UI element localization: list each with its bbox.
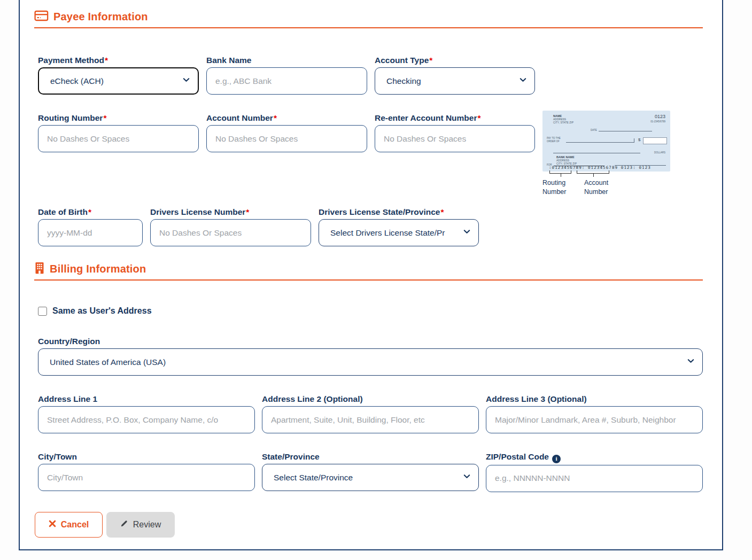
reenter-account-number-label: Re-enter Account Number* [375,112,535,123]
drivers-license-state-label: Drivers License State/Province* [319,206,479,217]
payment-method-select[interactable]: eCheck (ACH) [38,67,199,95]
building-icon [34,262,45,276]
country-region-label: Country/Region [38,336,703,347]
chevron-down-icon [463,228,471,238]
state-province-label: State/Province [262,451,479,462]
account-type-label: Account Type* [375,55,535,66]
address-line3-input[interactable] [486,406,703,433]
chevron-down-icon [519,76,527,86]
pencil-icon [120,519,128,530]
same-as-user-address-checkbox[interactable] [38,307,47,316]
check-sample-diagram: NAMEADDRESSCITY, STATE ZIP 0123 01-2345/… [542,111,676,172]
address-line1-label: Address Line 1 [38,393,255,405]
cancel-button-label: Cancel [61,520,89,530]
x-icon [49,520,56,530]
payee-section-rule [34,27,703,28]
routing-number-input[interactable] [38,125,199,152]
account-type-select[interactable]: Checking [375,67,535,95]
zip-postal-code-label: ZIP/Postal Codei [486,451,703,463]
required-marker: * [88,207,91,216]
bank-name-label: Bank Name [206,55,367,66]
routing-number-label: Routing Number* [38,112,199,123]
routing-bracket [549,170,571,174]
account-bracket [577,170,609,174]
state-province-select[interactable]: Select State/Province [262,464,479,491]
zip-postal-code-input[interactable] [486,465,703,492]
address-line2-input[interactable] [262,406,479,433]
chevron-down-icon [687,357,695,367]
country-region-value: United States of America (USA) [50,357,166,367]
required-marker: * [105,56,108,65]
billing-section-title: Billing Information [50,263,146,275]
required-marker: * [440,207,444,216]
drivers-license-number-label: Drivers License Number* [150,206,311,217]
drivers-license-number-input[interactable] [150,219,311,246]
payee-section-header: Payee Information [34,10,703,24]
country-region-select[interactable]: United States of America (USA) [38,348,703,376]
required-marker: * [274,113,277,122]
billing-section-header: Billing Information [34,262,703,276]
account-number-input[interactable] [206,125,367,152]
same-as-user-address-label[interactable]: Same as User's Address [52,306,152,316]
check-number: 0123 [655,114,665,119]
chevron-down-icon [182,76,190,86]
review-button-label: Review [133,520,161,530]
check-micr-line: :0123456789: 0123456789 0123: 0123 [549,165,651,170]
chevron-down-icon [463,472,471,483]
date-of-birth-label: Date of Birth* [38,206,143,217]
required-marker: * [103,113,106,122]
payee-section-title: Payee Information [53,11,148,23]
required-marker: * [246,207,249,216]
credit-card-icon [34,10,49,24]
required-marker: * [429,56,432,65]
payment-method-value: eCheck (ACH) [50,76,104,86]
date-of-birth-input[interactable] [38,219,143,246]
city-town-input[interactable] [38,464,255,491]
payment-method-label: Payment Method* [38,55,199,66]
address-line3-label: Address Line 3 (Optional) [486,393,703,405]
account-number-label: Account Number* [206,112,367,123]
account-type-value: Checking [386,76,421,86]
account-number-caption: Account Number [584,178,623,197]
bank-name-input[interactable] [206,67,367,95]
address-line2-label: Address Line 2 (Optional) [262,393,479,405]
payee-form-card: Payee Information Payment Method* eCheck… [19,0,723,550]
city-town-label: City/Town [38,451,255,462]
reenter-account-number-input[interactable] [375,125,535,152]
info-icon[interactable]: i [552,455,561,463]
required-marker: * [477,113,480,122]
check-amount-box [643,137,667,144]
drivers-license-state-select[interactable]: Select Drivers License State/Pr [319,219,479,246]
state-province-value: Select State/Province [274,473,353,483]
cancel-button[interactable]: Cancel [35,512,103,538]
billing-section-rule [34,279,703,281]
address-line1-input[interactable] [38,406,255,433]
drivers-license-state-value: Select Drivers License State/Pr [330,228,445,238]
routing-number-caption: Routing Number [542,178,581,197]
review-button[interactable]: Review [106,512,175,538]
check-sample-image: NAMEADDRESSCITY, STATE ZIP 0123 01-2345/… [542,111,670,172]
